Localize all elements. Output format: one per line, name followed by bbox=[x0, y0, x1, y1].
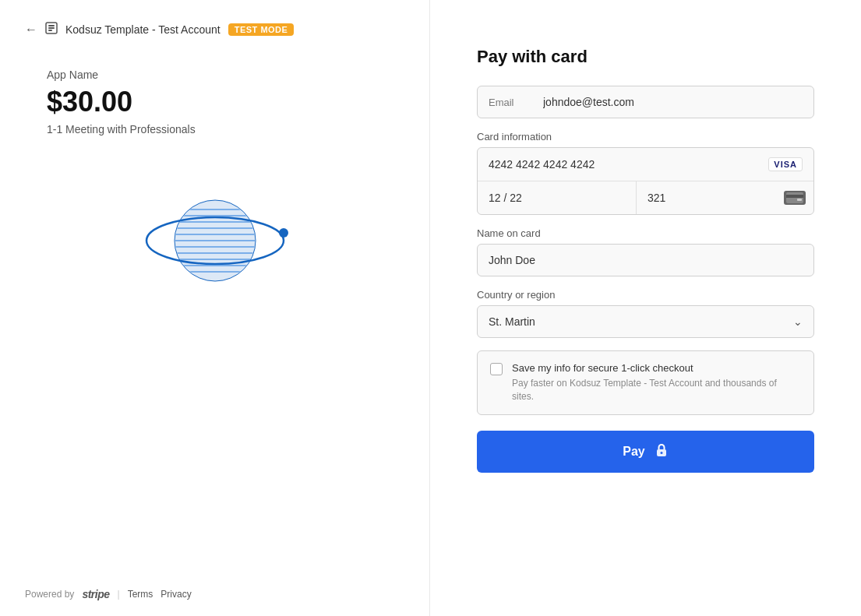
pay-button-label: Pay bbox=[623, 445, 644, 459]
right-panel: Pay with card Email Card information VIS… bbox=[430, 0, 861, 616]
email-field-row[interactable]: Email bbox=[477, 86, 814, 118]
price: $30.00 bbox=[47, 86, 383, 118]
card-info-label: Card information bbox=[477, 131, 814, 143]
card-number-row: VISA bbox=[478, 148, 813, 181]
country-select[interactable]: St. Martin ⌄ bbox=[477, 305, 814, 338]
pay-button[interactable]: Pay bbox=[477, 431, 814, 473]
stripe-logo: stripe bbox=[82, 588, 109, 600]
country-label: Country or region bbox=[477, 289, 814, 301]
lock-icon bbox=[655, 443, 669, 460]
pay-title: Pay with card bbox=[477, 47, 814, 67]
country-group: Country or region St. Martin ⌄ bbox=[477, 289, 814, 338]
name-group: Name on card bbox=[477, 227, 814, 276]
email-input[interactable] bbox=[543, 96, 803, 108]
name-label: Name on card bbox=[477, 227, 814, 239]
svg-point-19 bbox=[279, 228, 288, 238]
back-icon[interactable]: ← bbox=[25, 23, 37, 37]
page-icon bbox=[45, 22, 58, 37]
cvc-row bbox=[637, 181, 814, 214]
save-info-box: Save my info for secure 1-click checkout… bbox=[477, 350, 814, 415]
footer-divider: | bbox=[118, 589, 120, 600]
left-content: App Name $30.00 1-1 Meeting with Profess… bbox=[0, 53, 429, 572]
account-name: Kodsuz Template - Test Account bbox=[65, 23, 221, 36]
card-info-wrapper: VISA bbox=[477, 147, 814, 215]
test-mode-badge: TEST MODE bbox=[228, 23, 295, 36]
chevron-down-icon: ⌄ bbox=[793, 315, 803, 328]
left-header: ← Kodsuz Template - Test Account TEST MO… bbox=[0, 0, 429, 53]
planet-illustration bbox=[47, 167, 383, 299]
card-bottom-row bbox=[478, 181, 813, 214]
country-value: St. Martin bbox=[489, 315, 535, 328]
left-footer: Powered by stripe | Terms Privacy bbox=[0, 572, 429, 616]
email-label: Email bbox=[489, 97, 535, 108]
description: 1-1 Meeting with Professionals bbox=[47, 123, 383, 136]
name-input[interactable] bbox=[477, 244, 814, 276]
svg-rect-1 bbox=[48, 25, 55, 26]
save-info-checkbox[interactable] bbox=[490, 363, 503, 375]
svg-rect-22 bbox=[797, 199, 802, 201]
card-number-input[interactable] bbox=[489, 158, 768, 171]
expiry-input[interactable] bbox=[478, 181, 637, 214]
cvc-input[interactable] bbox=[648, 192, 784, 204]
card-info-group: Card information VISA bbox=[477, 131, 814, 215]
save-info-title: Save my info for secure 1-click checkout bbox=[512, 362, 801, 374]
visa-logo: VISA bbox=[768, 157, 803, 171]
svg-rect-3 bbox=[48, 30, 52, 31]
save-info-text: Save my info for secure 1-click checkout… bbox=[512, 362, 801, 403]
svg-point-24 bbox=[660, 452, 662, 454]
powered-by-label: Powered by bbox=[25, 589, 74, 600]
save-info-subtitle: Pay faster on Kodsuz Template - Test Acc… bbox=[512, 377, 801, 403]
svg-rect-2 bbox=[48, 27, 55, 29]
terms-link[interactable]: Terms bbox=[128, 589, 153, 600]
privacy-link[interactable]: Privacy bbox=[161, 589, 191, 600]
app-name-label: App Name bbox=[47, 69, 383, 81]
email-group: Email bbox=[477, 86, 814, 118]
cvc-icon bbox=[784, 191, 806, 205]
left-panel: ← Kodsuz Template - Test Account TEST MO… bbox=[0, 0, 430, 616]
svg-rect-21 bbox=[786, 195, 803, 198]
